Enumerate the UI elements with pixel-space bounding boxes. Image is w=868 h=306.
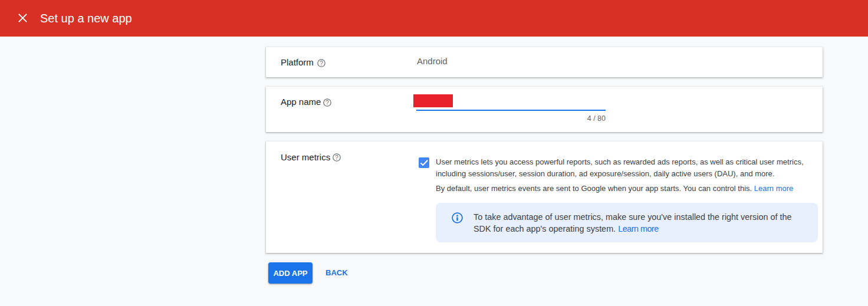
svg-text:?: ? [320, 59, 323, 66]
svg-text:?: ? [326, 99, 329, 106]
svg-text:?: ? [335, 154, 338, 161]
